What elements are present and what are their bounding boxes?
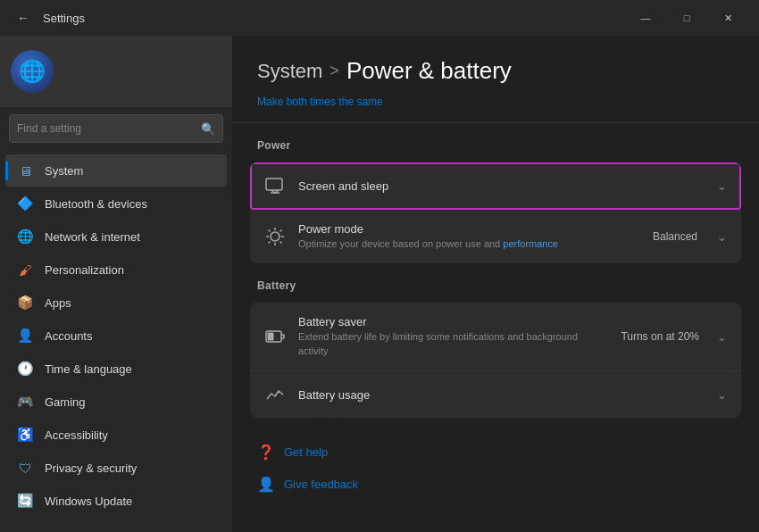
power-mode-title: Power mode: [298, 222, 640, 236]
sidebar-item-accounts[interactable]: 👤 Accounts: [5, 320, 227, 352]
sidebar-label-personalization: Personalization: [45, 263, 124, 277]
battery-usage-icon: [264, 384, 286, 405]
titlebar-title: Settings: [43, 12, 85, 25]
svg-rect-0: [266, 179, 282, 190]
accounts-icon: 👤: [16, 327, 34, 345]
system-icon: 🖥: [16, 162, 34, 179]
sidebar-label-update: Windows Update: [45, 495, 132, 508]
minimize-button[interactable]: —: [625, 0, 666, 36]
battery-saver-icon: [264, 326, 286, 347]
svg-point-4: [271, 232, 279, 241]
battery-saver-row[interactable]: Battery saver Extend battery life by lim…: [250, 303, 741, 371]
give-feedback-label: Give feedback: [284, 478, 358, 491]
sidebar-label-system: System: [45, 164, 83, 178]
user-avatar-area: 🌐: [0, 36, 232, 107]
battery-saver-value: Turns on at 20%: [621, 330, 699, 343]
battery-usage-title: Battery usage: [298, 388, 705, 402]
apps-icon: 📦: [16, 294, 34, 312]
screen-sleep-text: Screen and sleep: [298, 179, 705, 193]
sidebar-label-time: Time & language: [45, 362, 132, 376]
sidebar-item-privacy[interactable]: 🛡 Privacy & security: [5, 452, 227, 484]
bluetooth-icon: 🔷: [16, 195, 34, 212]
screen-sleep-row[interactable]: Screen and sleep ⌄: [250, 162, 741, 210]
power-card: Screen and sleep ⌄: [250, 162, 741, 263]
battery-card: Battery saver Extend battery life by lim…: [250, 303, 741, 418]
sidebar-item-time[interactable]: 🕐 Time & language: [5, 353, 227, 385]
sidebar-label-privacy: Privacy & security: [45, 461, 137, 475]
battery-saver-title: Battery saver: [298, 315, 608, 328]
update-icon: 🔄: [16, 492, 34, 510]
svg-rect-14: [268, 333, 274, 341]
maximize-button[interactable]: □: [666, 0, 707, 36]
search-icon: 🔍: [201, 122, 215, 136]
power-section-label: Power: [232, 127, 759, 159]
accessibility-icon: ♿: [16, 426, 34, 444]
personalization-icon: 🖌: [16, 261, 34, 278]
hint-text: Make both times the same: [232, 96, 759, 123]
settings-window: ← Settings — □ ✕ 🌐 🔍 🖥 System: [0, 0, 759, 532]
screen-sleep-chevron: ⌄: [717, 179, 727, 193]
search-input[interactable]: [17, 122, 201, 135]
window-controls: — □ ✕: [625, 0, 748, 36]
breadcrumb-arrow: >: [329, 62, 339, 80]
battery-usage-text: Battery usage: [298, 388, 705, 402]
footer-links: ❓ Get help 👤 Give feedback: [232, 425, 759, 511]
get-help-label: Get help: [284, 445, 328, 459]
svg-line-10: [280, 242, 282, 244]
power-mode-value: Balanced: [653, 230, 697, 243]
sidebar: 🌐 🔍 🖥 System 🔷 Bluetooth & devices 🌐 Net…: [0, 36, 232, 532]
give-feedback-icon: 👤: [257, 475, 275, 493]
breadcrumb-current: Power & battery: [346, 57, 512, 85]
sidebar-label-bluetooth: Bluetooth & devices: [45, 197, 147, 211]
sidebar-item-accessibility[interactable]: ♿ Accessibility: [5, 419, 227, 451]
sidebar-label-gaming: Gaming: [45, 395, 86, 409]
breadcrumb-parent: System: [257, 60, 322, 83]
breadcrumb: System > Power & battery: [232, 36, 759, 96]
sidebar-label-network: Network & internet: [45, 230, 140, 244]
sidebar-item-gaming[interactable]: 🎮 Gaming: [5, 386, 227, 418]
titlebar: ← Settings — □ ✕: [0, 0, 759, 36]
svg-line-11: [280, 230, 282, 232]
sidebar-label-accounts: Accounts: [45, 329, 92, 343]
sidebar-item-personalization[interactable]: 🖌 Personalization: [5, 254, 227, 286]
sidebar-item-network[interactable]: 🌐 Network & internet: [5, 220, 227, 253]
sidebar-item-apps[interactable]: 📦 Apps: [5, 287, 227, 319]
svg-line-9: [269, 230, 271, 232]
power-mode-desc: Optimize your device based on power use …: [298, 237, 640, 251]
privacy-icon: 🛡: [16, 459, 34, 477]
power-mode-icon: [264, 226, 286, 247]
svg-line-12: [269, 242, 271, 244]
screen-sleep-icon: [264, 175, 286, 196]
get-help-link[interactable]: ❓ Get help: [257, 439, 734, 464]
power-mode-text: Power mode Optimize your device based on…: [298, 222, 640, 251]
power-mode-row[interactable]: Power mode Optimize your device based on…: [250, 210, 741, 263]
gaming-icon: 🎮: [16, 393, 34, 411]
battery-saver-text: Battery saver Extend battery life by lim…: [298, 315, 608, 358]
time-icon: 🕐: [16, 360, 34, 378]
sidebar-label-apps: Apps: [45, 296, 71, 310]
avatar: 🌐: [11, 50, 54, 93]
sidebar-item-system[interactable]: 🖥 System: [5, 154, 227, 187]
battery-usage-row[interactable]: Battery usage ⌄: [250, 371, 741, 418]
battery-saver-chevron: ⌄: [717, 330, 727, 344]
main-content: System > Power & battery Make both times…: [232, 36, 759, 532]
sidebar-item-bluetooth[interactable]: 🔷 Bluetooth & devices: [5, 187, 227, 220]
battery-section-label: Battery: [232, 267, 759, 299]
give-feedback-link[interactable]: 👤 Give feedback: [257, 471, 734, 496]
app-content: 🌐 🔍 🖥 System 🔷 Bluetooth & devices 🌐 Net…: [0, 36, 759, 532]
sidebar-item-update[interactable]: 🔄 Windows Update: [5, 485, 227, 517]
get-help-icon: ❓: [257, 443, 275, 461]
battery-usage-chevron: ⌄: [717, 388, 727, 402]
back-button[interactable]: ←: [11, 5, 36, 30]
screen-sleep-title: Screen and sleep: [298, 179, 705, 193]
network-icon: 🌐: [16, 228, 34, 245]
power-mode-chevron: ⌄: [717, 230, 727, 244]
sidebar-nav: 🖥 System 🔷 Bluetooth & devices 🌐 Network…: [0, 150, 232, 532]
close-button[interactable]: ✕: [707, 0, 748, 36]
sidebar-label-accessibility: Accessibility: [45, 428, 108, 442]
search-box[interactable]: 🔍: [9, 114, 223, 143]
battery-saver-desc: Extend battery life by limiting some not…: [298, 330, 608, 358]
